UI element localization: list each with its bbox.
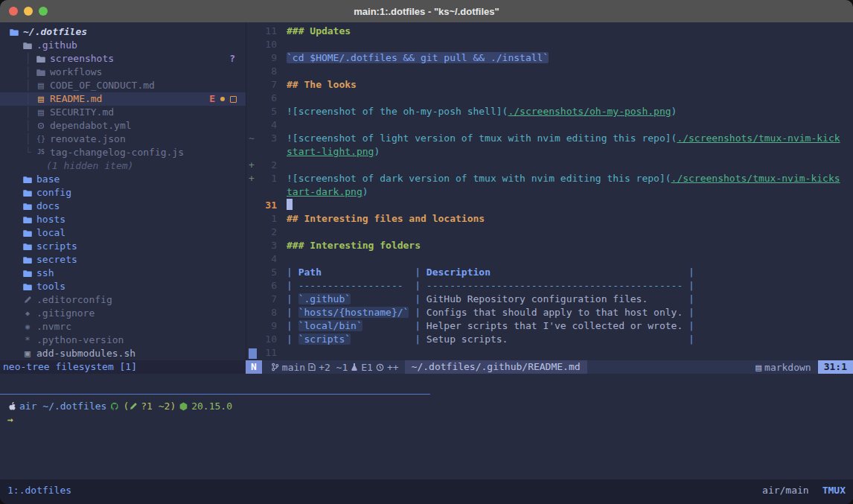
editor-line[interactable]: 3### Interesting folders (246, 239, 853, 252)
table-row-line[interactable]: 7| `.github` | GitHub Repository configu… (246, 293, 853, 306)
md-heading2: ## Interesting files and locations (287, 213, 485, 224)
editor-line[interactable]: 6 (246, 92, 853, 105)
tree-label: local (36, 226, 66, 240)
tree-item-python-version[interactable]: * .python-version (0, 334, 246, 347)
tree-item-gitignore[interactable]: ◆ .gitignore (0, 307, 246, 320)
md-heading2: ## The looks (287, 79, 357, 90)
md-link: ./screenshots/tmux-nvim-kicks (671, 173, 840, 184)
current-line-number: 31 (257, 199, 277, 212)
tree-label: scripts (36, 240, 77, 253)
node-icon (179, 402, 188, 411)
octocat-icon (110, 402, 119, 411)
tree-item-ssh[interactable]: ssh (0, 267, 246, 280)
editor-cursor-line[interactable]: 31 (246, 199, 853, 212)
table-divider-line[interactable]: 6| ------------------ | ----------------… (246, 279, 853, 293)
editor-line[interactable]: 8 (246, 65, 853, 78)
md-heading3: ### Updates (287, 25, 351, 36)
editor-line[interactable]: +1![screenshot of dark version of tmux w… (246, 172, 853, 185)
tree-label: dependabot.yml (50, 119, 132, 133)
tree-item-tag-changelog[interactable]: └ JS tag-changelog-config.js (0, 146, 246, 159)
diagnostics-errors: E1 (361, 362, 373, 373)
tree-item-code-of-conduct[interactable]: │ ▤ CODE_OF_CONDUCT.md (0, 79, 246, 92)
tree-item-local[interactable]: local (0, 226, 246, 240)
tree-guide: │ (25, 92, 36, 106)
filetype-label: markdown (764, 362, 811, 373)
tree-hidden-count[interactable]: (1 hidden item) (0, 159, 246, 173)
tree-label: docs (36, 200, 60, 213)
tree-item-tools[interactable]: tools (0, 280, 246, 293)
shell-file-icon: ▣ (22, 347, 33, 360)
tree-label: base (36, 173, 60, 186)
tree-label: ssh (36, 267, 54, 280)
md-inline-code: `scripts` (298, 334, 351, 345)
tree-item-dependabot[interactable]: │ dependabot.yml (0, 119, 246, 133)
editor-line[interactable]: 7## The looks (246, 78, 853, 92)
editor-line[interactable]: 1## Interesting files and locations (246, 212, 853, 226)
titlebar[interactable]: main:1:.dotfiles - "ks~/.dotfiles" (0, 0, 853, 22)
tree-item-editorconfig[interactable]: .editorconfig (0, 293, 246, 307)
editor-line[interactable]: 9`cd $HOME/.dotfiles && git pull && ./in… (246, 51, 853, 65)
tree-item-renovate[interactable]: │ {} renovate.json (0, 133, 246, 146)
tmux-window-tab[interactable]: 1:.dotfiles (7, 484, 71, 497)
table-row-line[interactable]: 10| `scripts` | Setup scripts. | (246, 333, 853, 346)
git-branch-icon (271, 363, 279, 371)
tree-item-security[interactable]: │ ▤ SECURITY.md (0, 106, 246, 119)
tree-label: tools (36, 280, 66, 293)
markdown-file-icon: ▤ (36, 92, 46, 106)
editor-line[interactable]: 11 (246, 346, 853, 360)
editor-line[interactable]: 11### Updates (246, 25, 853, 38)
editor-buffer[interactable]: 11### Updates 10 9`cd $HOME/.dotfiles &&… (246, 22, 853, 363)
tree-label: workflows (50, 66, 102, 79)
prompt-arrow[interactable]: → (7, 413, 13, 427)
tree-item-hosts[interactable]: hosts (0, 213, 246, 226)
folder-open-icon (22, 42, 33, 50)
tree-item-secrets[interactable]: secrets (0, 253, 246, 267)
tree-label: renovate.json (50, 133, 126, 146)
md-heading3: ### Interesting folders (287, 240, 421, 251)
tree-item-base[interactable]: base (0, 173, 246, 186)
pencil-icon (22, 296, 33, 304)
minimize-button[interactable] (24, 7, 33, 16)
table-row-line[interactable]: 9| `local/bin` | Helper scripts that I'v… (246, 319, 853, 333)
markdown-icon: ▤ (755, 362, 761, 373)
editor-line[interactable]: +2 (246, 159, 853, 172)
tree-item-readme-selected[interactable]: │ ▤ README.md E (0, 92, 246, 106)
prompt-host: air (19, 400, 36, 413)
table-row-line[interactable]: 8| `hosts/{hostname}/` | Configs that sh… (246, 306, 853, 319)
editor-line-wrap[interactable]: start-light.png) (246, 145, 853, 159)
git-add-sign: + (246, 172, 257, 185)
editor-line[interactable]: ~3![screenshot of light version of tmux … (246, 132, 853, 145)
tree-label: secrets (36, 253, 77, 267)
git-paren-open: ( (123, 400, 129, 413)
folder-icon (22, 216, 33, 224)
folder-icon (36, 55, 46, 63)
editor-line[interactable]: 2 (246, 226, 853, 239)
tree-item-docs[interactable]: docs (0, 200, 246, 213)
tmux-pane-border[interactable] (0, 394, 430, 395)
tree-item-scripts[interactable]: scripts (0, 240, 246, 253)
tree-item-github[interactable]: .github (0, 39, 246, 52)
window-title: main:1:.dotfiles - "ks~/.dotfiles" (354, 6, 499, 17)
close-button[interactable] (9, 7, 18, 16)
editor-line[interactable]: 4 (246, 118, 853, 132)
tree-label: SECURITY.md (50, 106, 114, 119)
git-sign-block (249, 348, 257, 359)
tree-item-root[interactable]: ~/.dotfiles (0, 25, 246, 39)
tree-item-add-submodules[interactable]: ▣ add-submodules.sh (0, 347, 246, 360)
zoom-button[interactable] (39, 7, 48, 16)
editor-line[interactable]: 10 (246, 38, 853, 51)
tree-guide: │ (25, 79, 36, 92)
editor-line[interactable]: 4 (246, 252, 853, 266)
table-header-line[interactable]: 5| Path | Description | (246, 266, 853, 279)
tree-item-config[interactable]: config (0, 186, 246, 200)
tmux-statusbar: 1:.dotfiles air/main TMUX (0, 479, 853, 504)
file-path[interactable]: ~/.dotfiles/.github/README.md (405, 360, 587, 374)
editor-line[interactable]: 5![screenshot of the oh-my-posh shell](.… (246, 105, 853, 118)
tree-item-screenshots[interactable]: │ screenshots ? (0, 52, 246, 66)
editor-line-wrap[interactable]: tart-dark.png) (246, 185, 853, 199)
tree-item-workflows[interactable]: │ workflows (0, 66, 246, 79)
shell-prompt[interactable]: air ~/.dotfiles ( ?1 ~2 ) 20.15.0 (7, 400, 232, 413)
tree-item-nvmrc[interactable]: ◉ .nvmrc (0, 320, 246, 334)
mode-indicator: N (246, 360, 262, 374)
tree-label: .gitignore (36, 307, 95, 320)
